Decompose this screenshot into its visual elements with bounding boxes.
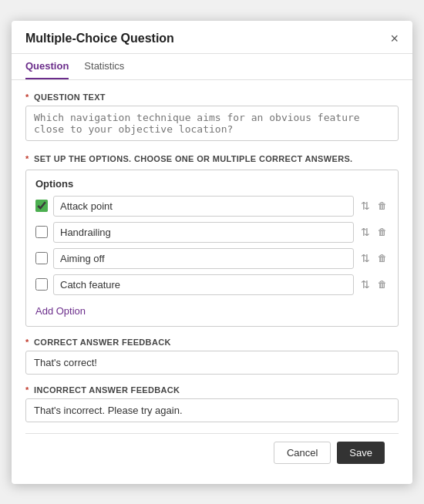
option-4-checkbox[interactable] [35,278,48,291]
option-1-checkbox[interactable] [35,200,48,212]
incorrect-feedback-label: * Incorrect Answer Feedback [25,385,399,395]
options-box: Options [25,170,399,327]
required-star-correct: * [25,338,29,347]
option-3-actions [359,250,389,266]
option-1-sort-icon[interactable] [359,198,372,213]
modal-title: Multiple-Choice Question [25,32,174,45]
modal: Multiple-Choice Question × Question Stat… [12,21,412,484]
required-star-options: * [25,154,29,163]
options-instruction-label: * Set up the options. Choose one or mult… [25,154,399,163]
option-1-actions [359,198,389,213]
incorrect-feedback-section: * Incorrect Answer Feedback [25,385,399,422]
option-2-input[interactable] [53,222,354,243]
question-text-label: * Question Text [25,92,399,102]
table-row [35,274,389,295]
tab-question[interactable]: Question [25,54,69,79]
option-3-checkbox[interactable] [35,252,48,264]
correct-feedback-section: * Correct Answer Feedback [25,338,399,375]
incorrect-feedback-input[interactable] [25,398,399,422]
save-button[interactable]: Save [337,442,385,464]
correct-feedback-label: * Correct Answer Feedback [25,338,399,347]
option-4-sort-icon[interactable] [359,277,372,292]
options-header: Options [35,178,389,190]
option-4-actions [359,277,389,292]
tab-bar: Question Statistics [12,54,412,80]
option-4-input[interactable] [53,274,354,295]
option-3-sort-icon[interactable] [359,250,372,266]
option-3-input[interactable] [53,248,354,269]
tab-statistics[interactable]: Statistics [84,54,124,79]
option-2-actions [359,224,389,240]
options-section: * Set up the options. Choose one or mult… [25,154,399,327]
add-option-button[interactable]: Add Option [35,304,86,318]
option-2-delete-icon[interactable] [376,225,389,239]
close-button[interactable]: × [390,32,399,45]
modal-footer: Cancel Save [25,433,399,472]
option-4-delete-icon[interactable] [376,277,389,291]
correct-feedback-input[interactable] [25,351,399,375]
option-2-checkbox[interactable] [35,226,48,238]
required-star: * [25,92,29,102]
question-text-input[interactable] [25,106,399,141]
table-row [35,248,389,269]
table-row [35,222,389,243]
option-1-delete-icon[interactable] [376,199,389,213]
cancel-button[interactable]: Cancel [274,442,331,464]
option-1-input[interactable] [53,196,354,217]
modal-header: Multiple-Choice Question × [12,21,412,54]
option-3-delete-icon[interactable] [376,251,389,265]
option-2-sort-icon[interactable] [359,224,372,240]
table-row [35,196,389,217]
required-star-incorrect: * [25,385,29,395]
modal-body: * Question Text * Set up the options. Ch… [12,80,412,484]
